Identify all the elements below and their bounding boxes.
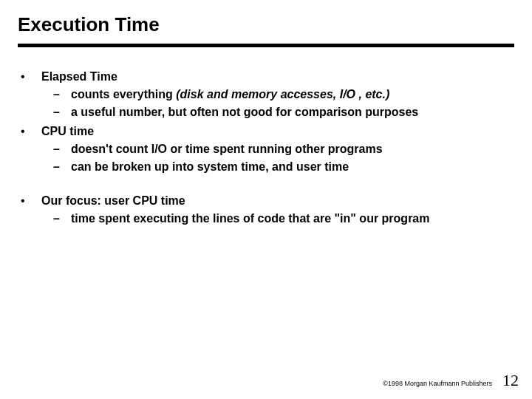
slide-body: • Elapsed Time – counts everything (disk… <box>18 68 514 228</box>
bullet-text: can be broken up into system time, and u… <box>71 158 514 176</box>
bullet-level2: – a useful number, but often not good fo… <box>53 103 514 121</box>
bullet-level1: • CPU time <box>21 123 514 140</box>
italic-span: (disk and memory accesses, I/O , etc.) <box>176 88 389 100</box>
bullet-level2: – can be broken up into system time, and… <box>53 158 514 176</box>
dash-icon: – <box>53 158 71 176</box>
bullet-text: doesn't count I/O or time spent running … <box>71 140 514 158</box>
bullet-level2: – counts everything (disk and memory acc… <box>53 86 514 103</box>
footer: ©1998 Morgan Kaufmann Publishers 12 <box>383 371 519 390</box>
dash-icon: – <box>53 210 71 228</box>
bullet-dot-icon: • <box>21 68 41 86</box>
bullet-text: Elapsed Time <box>41 68 514 86</box>
bullet-level2: – time spent executing the lines of code… <box>53 210 514 228</box>
bullet-dot-icon: • <box>21 123 41 140</box>
title-rule <box>18 44 514 47</box>
bullet-dot-icon: • <box>21 192 41 210</box>
bullet-level2: – doesn't count I/O or time spent runnin… <box>53 140 514 158</box>
bullet-group: • Our focus: user CPU time – time spent … <box>18 192 514 228</box>
dash-icon: – <box>53 86 71 103</box>
page-number: 12 <box>502 371 519 390</box>
bullet-text: counts everything (disk and memory acces… <box>71 86 514 103</box>
bullet-group: • CPU time – doesn't count I/O or time s… <box>18 123 514 176</box>
bullet-level1: • Elapsed Time <box>21 68 514 86</box>
dash-icon: – <box>53 140 71 158</box>
bullet-text: Our focus: user CPU time <box>41 192 514 210</box>
dash-icon: – <box>53 103 71 121</box>
bullet-level1: • Our focus: user CPU time <box>21 192 514 210</box>
bullet-group: • Elapsed Time – counts everything (disk… <box>18 68 514 121</box>
bullet-text: CPU time <box>41 123 514 140</box>
slide: Execution Time • Elapsed Time – counts e… <box>0 0 532 399</box>
slide-title: Execution Time <box>18 13 514 36</box>
copyright-text: ©1998 Morgan Kaufmann Publishers <box>383 380 492 387</box>
bullet-text: a useful number, but often not good for … <box>71 103 514 121</box>
bullet-text: time spent executing the lines of code t… <box>71 210 514 228</box>
